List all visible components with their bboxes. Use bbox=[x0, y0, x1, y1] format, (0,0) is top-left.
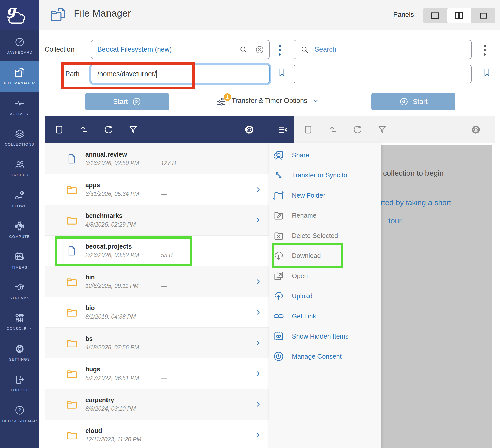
menu-item-transfer-or-sync[interactable]: Transfer or Sync to... bbox=[269, 165, 381, 185]
sidebar-item-dashboard[interactable]: DASHBOARD bbox=[0, 30, 39, 61]
file-date: 3/31/2026, 05:34 PM bbox=[85, 191, 161, 197]
right-search-field[interactable] bbox=[315, 46, 467, 53]
sidebar-item-collections[interactable]: COLLECTIONS bbox=[0, 122, 39, 153]
refresh-icon[interactable] bbox=[103, 124, 114, 135]
sidebar-item-groups[interactable]: GROUPS bbox=[0, 153, 39, 184]
file-manager-folder-icon bbox=[14, 67, 25, 78]
list-item-carpentry[interactable]: carpentry 8/6/2024, 03:10 PM— bbox=[45, 389, 269, 420]
sidebar-item-help-sitemap[interactable]: HELP & SITEMAP bbox=[0, 399, 39, 429]
search-icon[interactable] bbox=[239, 45, 248, 54]
menu-item-get-link[interactable]: Get Link bbox=[269, 306, 381, 326]
panels-double-button[interactable] bbox=[447, 8, 471, 23]
menu-item-label: Upload bbox=[292, 292, 312, 300]
collapse-menu-icon[interactable] bbox=[277, 124, 289, 135]
sidebar-item-streams[interactable]: STREAMS bbox=[0, 276, 39, 307]
list-item-apps[interactable]: apps 3/31/2026, 05:34 PM— bbox=[45, 174, 269, 205]
sidebar-item-settings[interactable]: SETTINGS bbox=[0, 337, 39, 368]
new-folder-icon bbox=[273, 189, 285, 201]
select-all-checkbox-icon[interactable] bbox=[54, 124, 65, 135]
list-item-annual-review[interactable]: annual.review 3/16/2026, 02:50 PM127 B bbox=[45, 143, 269, 174]
menu-item-label: Get Link bbox=[292, 312, 316, 320]
delete-x-icon bbox=[273, 230, 285, 242]
cloud-download-icon bbox=[273, 250, 285, 262]
filter-icon[interactable] bbox=[128, 124, 139, 135]
chevron-right-icon[interactable] bbox=[254, 400, 262, 408]
start-transfer-left-button[interactable]: Start bbox=[85, 93, 169, 110]
up-one-folder-icon[interactable] bbox=[78, 124, 89, 135]
file-size: — bbox=[161, 221, 167, 228]
clear-collection-icon[interactable] bbox=[255, 45, 265, 55]
sidebar-item-label: COMPUTE bbox=[8, 235, 31, 239]
menu-item-upload[interactable]: Upload bbox=[269, 286, 381, 306]
chevron-right-icon[interactable] bbox=[254, 278, 262, 286]
right-panel-kebab[interactable] bbox=[484, 45, 486, 56]
list-item-cloud[interactable]: cloud 12/11/2023, 11:20 PM— bbox=[45, 420, 269, 448]
path-input[interactable]: /homes/daveturner/ bbox=[91, 65, 270, 83]
menu-item-download[interactable]: Download bbox=[269, 246, 381, 266]
file-date: 3/16/2026, 02:50 PM bbox=[85, 160, 161, 167]
file-size: — bbox=[161, 283, 167, 289]
file-date: 12/11/2023, 11:20 PM bbox=[85, 436, 161, 443]
back-play-circle-icon bbox=[399, 97, 409, 106]
sidebar-item-activity[interactable]: ACTIVITY bbox=[0, 92, 39, 122]
chevron-right-icon[interactable] bbox=[254, 339, 262, 347]
sidebar-item-label: FLOWS bbox=[11, 204, 28, 208]
chevron-right-icon[interactable] bbox=[254, 216, 262, 224]
file-size: — bbox=[161, 191, 167, 197]
page-title: File Manager bbox=[74, 8, 131, 19]
start-transfer-right-button[interactable]: Start bbox=[371, 93, 455, 110]
view-settings-gear-icon[interactable] bbox=[244, 124, 255, 135]
chevron-right-icon[interactable] bbox=[254, 185, 262, 194]
up-one-folder-icon[interactable] bbox=[327, 124, 338, 135]
sidebar-item-flows[interactable]: FLOWS bbox=[0, 184, 39, 214]
panels-single-button[interactable] bbox=[423, 8, 447, 23]
list-item-benchmarks[interactable]: benchmarks 4/8/2026, 02:29 PM— bbox=[45, 205, 269, 236]
bookmark-icon[interactable] bbox=[277, 66, 287, 79]
list-item-bin[interactable]: bin 12/6/2025, 09:11 PM— bbox=[45, 266, 269, 297]
file-size: — bbox=[161, 436, 167, 443]
tour-link-text[interactable]: tour. bbox=[388, 217, 403, 225]
filter-icon[interactable] bbox=[377, 124, 388, 135]
chevron-right-icon[interactable] bbox=[254, 370, 262, 378]
transfer-timer-options[interactable]: 1 Transfer & Timer Options bbox=[215, 94, 319, 107]
list-item-bs[interactable]: bs 4/18/2026, 07:56 PM— bbox=[45, 328, 269, 358]
globus-logo[interactable]: g bbox=[0, 0, 39, 30]
file-icon bbox=[66, 245, 78, 257]
folder-icon bbox=[66, 368, 78, 380]
right-path-input[interactable] bbox=[294, 65, 472, 83]
menu-item-new-folder[interactable]: New Folder bbox=[269, 185, 381, 205]
file-name: apps bbox=[85, 181, 167, 189]
sidebar-item-compute[interactable]: COMPUTE bbox=[0, 214, 39, 245]
streams-icon bbox=[14, 282, 25, 293]
right-panel-toolbar bbox=[294, 116, 495, 143]
collection-input[interactable]: Beocat Filesystem (new) bbox=[91, 40, 270, 59]
list-item-beocat-projects[interactable]: beocat.projects 2/26/2026, 03:52 PM55 B bbox=[45, 236, 269, 266]
file-name: beocat.projects bbox=[85, 243, 173, 250]
logout-icon bbox=[14, 374, 25, 385]
file-date: 5/27/2022, 06:51 PM bbox=[85, 375, 161, 382]
sidebar-item-console[interactable]: CONSOLE bbox=[0, 307, 39, 337]
menu-item-delete-selected[interactable]: Delete Selected bbox=[269, 226, 381, 246]
bookmark-icon[interactable] bbox=[482, 66, 492, 79]
sidebar-item-file-manager[interactable]: FILE MANAGER bbox=[0, 61, 39, 92]
refresh-icon[interactable] bbox=[352, 124, 363, 135]
sidebar-item-label: FILE MANAGER bbox=[3, 81, 36, 85]
select-all-checkbox-icon[interactable] bbox=[303, 124, 314, 135]
view-settings-gear-icon[interactable] bbox=[470, 124, 481, 135]
right-search-input[interactable] bbox=[294, 40, 472, 59]
menu-item-label: Show Hidden Items bbox=[292, 332, 348, 340]
chevron-right-icon[interactable] bbox=[254, 431, 262, 439]
list-item-bugs[interactable]: bugs 5/27/2022, 06:51 PM— bbox=[45, 358, 269, 389]
sidebar-item-timers[interactable]: TIMERS bbox=[0, 245, 39, 276]
menu-item-share[interactable]: Share bbox=[269, 145, 381, 165]
menu-item-show-hidden-items[interactable]: Show Hidden Items bbox=[269, 326, 381, 346]
menu-item-open[interactable]: Open bbox=[269, 266, 381, 286]
menu-item-rename[interactable]: Rename bbox=[269, 205, 381, 226]
chevron-right-icon[interactable] bbox=[254, 308, 262, 316]
menu-item-manage-consent[interactable]: Manage Consent bbox=[269, 346, 381, 366]
header: File Manager Panels bbox=[39, 0, 500, 30]
sidebar-item-logout[interactable]: LOGOUT bbox=[0, 368, 39, 399]
list-item-bio[interactable]: bio 8/1/2019, 04:38 PM— bbox=[45, 297, 269, 328]
collection-menu-kebab[interactable] bbox=[279, 45, 281, 56]
panels-third-button[interactable] bbox=[471, 8, 495, 23]
